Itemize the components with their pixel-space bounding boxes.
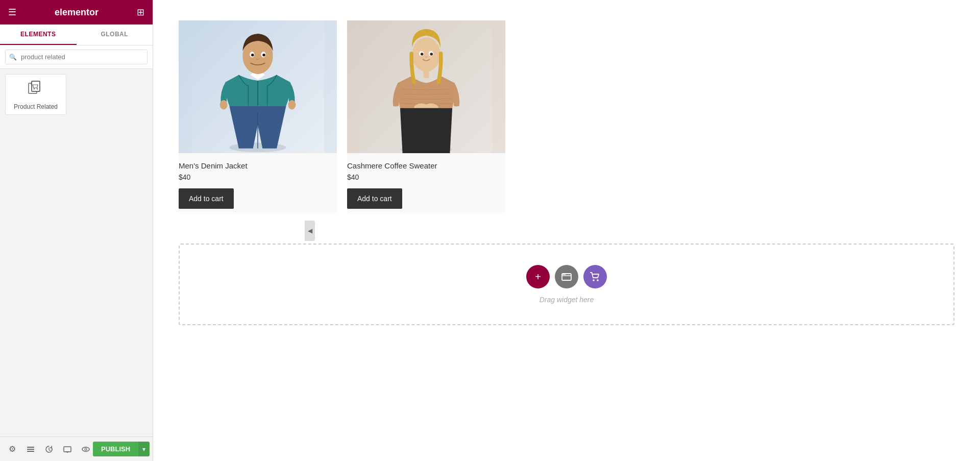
- responsive-icon[interactable]: [60, 442, 75, 456]
- panel-toggle[interactable]: ◀: [305, 221, 315, 241]
- elementor-logo: elementor: [55, 7, 99, 18]
- add-widget-button[interactable]: [583, 265, 607, 288]
- add-to-cart-button-1[interactable]: Add to cart: [179, 188, 234, 209]
- bottom-toolbar: ⚙: [0, 436, 153, 461]
- product-card-1: Men's Denim Jacket $40 Add to cart: [179, 20, 337, 213]
- svg-point-31: [430, 53, 433, 56]
- product-price-1: $40: [179, 173, 337, 181]
- add-to-cart-button-2[interactable]: Add to cart: [347, 188, 402, 209]
- history-icon[interactable]: [42, 442, 56, 456]
- product-name-2: Cashmere Coffee Sweater: [347, 161, 505, 170]
- main-canvas: Men's Denim Jacket $40 Add to cart: [153, 0, 980, 461]
- widget-product-related[interactable]: Product Related: [5, 74, 66, 115]
- sidebar-tabs: ELEMENTS GLOBAL: [0, 25, 153, 45]
- search-input[interactable]: product related: [5, 50, 148, 64]
- widget-product-related-label: Product Related: [14, 103, 58, 110]
- product-price-2: $40: [347, 173, 505, 181]
- svg-rect-6: [27, 449, 34, 450]
- publish-group: PUBLISH ▾: [93, 442, 150, 456]
- sidebar-header: ☰ elementor ⊞: [0, 0, 153, 25]
- bottom-left-icons: ⚙: [5, 442, 93, 456]
- product-name-1: Men's Denim Jacket: [179, 161, 337, 170]
- add-section-button[interactable]: +: [526, 265, 550, 288]
- publish-arrow-button[interactable]: ▾: [138, 442, 150, 456]
- product-image-1: [179, 20, 337, 153]
- svg-point-20: [262, 54, 265, 57]
- layers-icon[interactable]: [23, 442, 38, 456]
- drop-zone-label: Drag widget here: [540, 296, 594, 304]
- svg-point-36: [597, 279, 599, 281]
- tab-elements[interactable]: ELEMENTS: [0, 25, 77, 45]
- svg-point-19: [251, 54, 254, 57]
- sidebar: ☰ elementor ⊞ ELEMENTS GLOBAL product re…: [0, 0, 153, 461]
- product-related-icon: [27, 79, 45, 100]
- svg-point-27: [412, 37, 440, 71]
- svg-point-22: [288, 100, 296, 110]
- publish-button[interactable]: PUBLISH: [93, 442, 138, 456]
- drop-zone[interactable]: + Drag widget here: [179, 244, 954, 325]
- svg-point-12: [85, 448, 87, 450]
- tab-global[interactable]: GLOBAL: [77, 25, 153, 45]
- svg-point-35: [593, 279, 595, 281]
- svg-rect-7: [27, 451, 34, 452]
- product-info-1: Men's Denim Jacket $40 Add to cart: [179, 153, 337, 213]
- eye-icon[interactable]: [79, 442, 93, 456]
- drop-zone-icons: +: [526, 265, 607, 288]
- search-wrapper: product related: [5, 50, 148, 64]
- svg-point-11: [82, 447, 89, 451]
- hamburger-icon[interactable]: ☰: [8, 7, 16, 18]
- product-image-2: [347, 20, 505, 153]
- svg-point-30: [421, 53, 424, 56]
- svg-point-3: [34, 88, 35, 89]
- widgets-area: Product Related: [0, 69, 153, 436]
- svg-rect-8: [64, 447, 71, 452]
- products-section: Men's Denim Jacket $40 Add to cart: [179, 10, 954, 233]
- svg-point-4: [37, 88, 38, 89]
- product-card-2: Cashmere Coffee Sweater $40 Add to cart: [347, 20, 505, 213]
- grid-icon[interactable]: ⊞: [137, 7, 144, 18]
- search-bar: product related: [0, 45, 153, 69]
- chevron-left-icon: ◀: [308, 227, 312, 234]
- svg-point-21: [220, 100, 228, 110]
- add-template-button[interactable]: [555, 265, 578, 288]
- svg-rect-5: [27, 447, 34, 448]
- product-info-2: Cashmere Coffee Sweater $40 Add to cart: [347, 153, 505, 213]
- settings-icon[interactable]: ⚙: [5, 442, 19, 456]
- products-grid: Men's Denim Jacket $40 Add to cart: [179, 20, 505, 213]
